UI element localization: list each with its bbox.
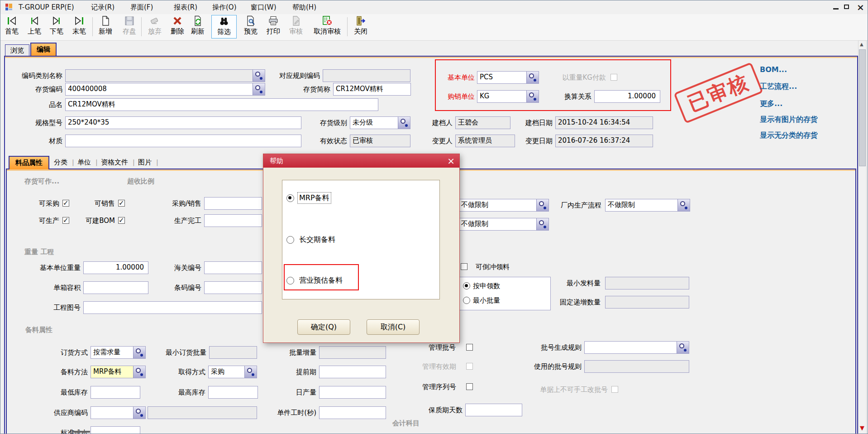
- tab-item-attributes[interactable]: 料品属性: [9, 156, 49, 169]
- tab-browse[interactable]: 浏览: [5, 44, 29, 56]
- close-window-button[interactable]: ×: [857, 1, 864, 13]
- by-request-radio[interactable]: [463, 282, 470, 289]
- tab-classification[interactable]: 分类: [54, 158, 67, 167]
- conversion-field[interactable]: 1.00000: [594, 90, 660, 103]
- filter-button[interactable]: 筛选: [211, 15, 237, 39]
- refresh-button[interactable]: 刷新: [187, 15, 208, 35]
- item-name-field[interactable]: CR12MOV精料: [65, 98, 378, 111]
- lookup-icon[interactable]: [133, 347, 145, 358]
- lookup-icon[interactable]: [536, 218, 548, 230]
- drawing-no-field[interactable]: [83, 301, 262, 314]
- last-record-button[interactable]: 末笔: [69, 15, 90, 35]
- lookup-icon[interactable]: [677, 342, 689, 353]
- menu-operate[interactable]: 操作(O): [210, 2, 238, 12]
- daily-output-field[interactable]: [319, 386, 386, 399]
- lead-time-field[interactable]: [319, 366, 386, 378]
- menu-help[interactable]: 帮助(H): [291, 2, 318, 12]
- tab-qualification-files[interactable]: 资格文件: [101, 158, 128, 167]
- level-field[interactable]: 未分级: [350, 116, 410, 129]
- lookup-icon[interactable]: [677, 199, 690, 211]
- maximize-button[interactable]: [844, 5, 849, 9]
- manage-serial-checkbox[interactable]: [466, 383, 473, 390]
- lookup-icon[interactable]: [133, 366, 145, 378]
- delete-button[interactable]: 删除: [167, 15, 188, 35]
- link-process-flow[interactable]: 工艺流程...: [760, 82, 797, 92]
- first-record-button[interactable]: 首笔: [1, 15, 22, 35]
- order-mode-field[interactable]: 按需求量: [91, 346, 146, 359]
- link-show-unclassified[interactable]: 显示无分类的存货: [760, 131, 818, 140]
- lookup-icon[interactable]: [253, 70, 265, 82]
- restriction-field-b[interactable]: 不做限制: [458, 218, 549, 231]
- spec-field[interactable]: 250*240*35: [65, 116, 301, 129]
- lookup-icon[interactable]: [244, 366, 257, 378]
- link-more[interactable]: 更多...: [760, 99, 782, 109]
- over-production-field[interactable]: [204, 214, 262, 227]
- exit-button[interactable]: 关闭: [350, 15, 371, 35]
- preview-button[interactable]: 预览: [240, 15, 261, 35]
- base-unit-field[interactable]: PCS: [477, 71, 539, 84]
- restriction-field-a[interactable]: 不做限制: [458, 199, 549, 212]
- bom-allowed-checkbox[interactable]: [118, 217, 125, 224]
- mrp-option-label[interactable]: MRP备料: [298, 193, 331, 203]
- item-abbr-field[interactable]: CR12MOV精料: [333, 83, 411, 96]
- supplier-code-field[interactable]: [91, 406, 146, 419]
- long-lead-option-radio[interactable]: [286, 236, 294, 244]
- customs-code-field[interactable]: [204, 261, 262, 274]
- scrollbar-thumb[interactable]: [859, 49, 866, 166]
- print-button[interactable]: 打印: [263, 15, 284, 35]
- scroll-up-icon[interactable]: ▲: [860, 42, 863, 47]
- cancel-button[interactable]: 取消(C): [367, 319, 420, 335]
- tab-unit[interactable]: 单位: [77, 158, 91, 167]
- lookup-icon[interactable]: [526, 72, 539, 83]
- menu-record[interactable]: 记录(R): [89, 2, 116, 12]
- min-stock-field[interactable]: [91, 386, 140, 399]
- material-field[interactable]: [65, 135, 301, 147]
- lookup-icon[interactable]: [398, 117, 410, 129]
- box-volume-field[interactable]: [83, 281, 148, 294]
- purchasable-checkbox[interactable]: [62, 200, 69, 207]
- dialog-title-bar[interactable]: 帮助: [263, 154, 459, 168]
- lookup-icon[interactable]: [536, 199, 548, 211]
- lookup-icon[interactable]: [526, 91, 539, 102]
- over-purchase-sale-field[interactable]: [204, 197, 262, 210]
- min-batch-radio[interactable]: [463, 297, 470, 304]
- long-lead-option-label[interactable]: 长交期备料: [299, 234, 335, 245]
- clipped-element: [73, 431, 90, 433]
- lookup-icon[interactable]: [253, 83, 265, 95]
- mrp-option-radio[interactable]: [286, 194, 294, 202]
- base-weight-field[interactable]: 1.00000: [83, 261, 148, 274]
- tab-images[interactable]: 图片: [138, 158, 152, 167]
- sellable-checkbox[interactable]: [118, 200, 125, 207]
- lookup-icon[interactable]: [133, 407, 145, 419]
- factory-flow-field[interactable]: 不做限制: [605, 199, 690, 212]
- backflush-checkbox[interactable]: [461, 263, 467, 270]
- unit-time-field[interactable]: [319, 406, 386, 419]
- prep-method-field[interactable]: MRP备料: [91, 366, 146, 378]
- menu-app[interactable]: T-GROUP ERP(E): [17, 2, 76, 12]
- batch-rule-field[interactable]: [584, 341, 689, 354]
- cancel-audit-button[interactable]: 取消审核: [310, 15, 345, 35]
- next-record-button[interactable]: 下笔: [46, 15, 67, 35]
- menu-window[interactable]: 窗口(W): [249, 2, 278, 12]
- minimize-button[interactable]: [833, 8, 839, 10]
- menu-report[interactable]: 报表(R): [172, 2, 199, 12]
- new-button[interactable]: 新增: [95, 15, 116, 35]
- dialog-close-icon[interactable]: ×: [447, 154, 455, 167]
- link-bom[interactable]: BOM...: [760, 65, 787, 74]
- manage-batch-checkbox[interactable]: [466, 344, 473, 351]
- tab-edit[interactable]: 编辑: [30, 43, 57, 56]
- barcode-field[interactable]: [204, 281, 262, 294]
- std-cost-field[interactable]: [91, 426, 140, 434]
- item-code-field[interactable]: 400400008: [65, 83, 265, 96]
- producible-checkbox[interactable]: [62, 217, 69, 224]
- ok-button[interactable]: 确定(Q): [297, 319, 350, 335]
- shelf-days-field[interactable]: [465, 404, 522, 416]
- prev-record-button[interactable]: 上笔: [24, 15, 45, 35]
- acquire-mode-field[interactable]: 采购: [208, 366, 257, 378]
- max-stock-field[interactable]: [208, 386, 258, 399]
- code-category-field[interactable]: [65, 69, 265, 82]
- link-show-with-images[interactable]: 显示有图片的存货: [760, 115, 818, 125]
- trade-unit-field[interactable]: KG: [477, 90, 539, 103]
- menu-interface[interactable]: 界面(F): [129, 2, 155, 12]
- scroll-down-icon[interactable]: ▼: [860, 424, 864, 431]
